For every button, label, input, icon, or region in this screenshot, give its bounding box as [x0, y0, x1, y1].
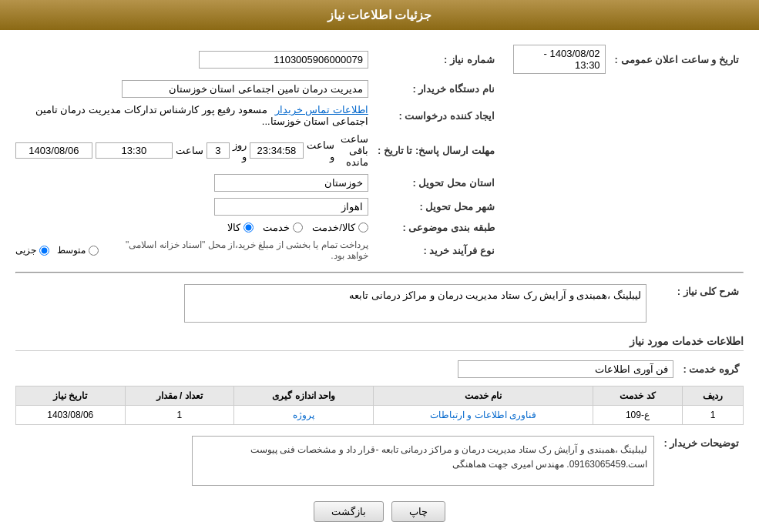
- label-shomare: شماره نیاز :: [373, 42, 499, 77]
- page-header: جزئیات اطلاعات نیاز: [0, 0, 759, 30]
- radio-motavasset-input[interactable]: [89, 246, 99, 256]
- value-noe-farayand: پرداخت تمام یا بخشی از مبلغ خرید،از محل …: [11, 236, 373, 264]
- radio-kala-input[interactable]: [243, 223, 254, 233]
- label-ijad: ایجاد کننده درخواست :: [373, 101, 499, 130]
- col-nam: نام خدمت: [374, 386, 593, 406]
- ostan-box: خوزستان: [214, 174, 368, 192]
- row-tabaqe: طبقه بندی موضوعی : کالا/خدمت خدمت: [11, 219, 744, 236]
- cell-kod: ع-109: [593, 406, 682, 425]
- grohe-table: گروه خدمت : فن آوری اطلاعات: [15, 357, 744, 381]
- tabaqe-radio-group: کالا/خدمت خدمت کالا: [15, 222, 368, 233]
- main-content: تاریخ و ساعت اعلان عمومی : 1403/08/02 - …: [0, 30, 759, 532]
- label-tazih: توضیحات خریدار :: [659, 433, 744, 489]
- row-shahr: شهر محل تحویل : اهواز: [11, 195, 744, 219]
- label-grohe: گروه خدمت :: [678, 357, 744, 381]
- namdastgah-box: مدیریت درمان تامین اجتماعی استان خوزستان: [122, 80, 368, 98]
- chap-button[interactable]: چاپ: [391, 501, 445, 522]
- remaining-label: ساعت و: [307, 139, 334, 162]
- table-row: 1 ع-109 فناوری اطلاعات و ارتباطات پروژه …: [16, 406, 744, 425]
- tazih-box: لیبلینگ ،همبندی و آرایش رک ستاد مدیریت د…: [192, 436, 654, 486]
- value-tarikho-saat: 1403/08/02 - 13:30: [509, 42, 610, 77]
- mohlat-date-row: ساعت باقی مانده ساعت و 23:34:58 روز و 3 …: [15, 133, 368, 168]
- row-mohlat: مهلت ارسال پاسخ: تا تاریخ : ساعت باقی ما…: [11, 130, 744, 171]
- row-noe-farayand: نوع فرآیند خرید : پرداخت تمام یا بخشی از…: [11, 236, 744, 264]
- cell-vahed: پروژه: [233, 406, 373, 425]
- services-table: ردیف کد خدمت نام خدمت واحد اندازه گیری ت…: [15, 386, 744, 425]
- label-sharh: شرح کلی نیاز :: [651, 281, 744, 326]
- radio-motavasset: متوسط: [57, 245, 99, 256]
- cell-nam: فناوری اطلاعات و ارتباطات: [374, 406, 593, 425]
- shomare-box: 1103005906000079: [199, 51, 368, 69]
- row-grohe: گروه خدمت : فن آوری اطلاعات: [15, 357, 744, 381]
- remaining-box: ساعت باقی مانده ساعت و 23:34:58 روز و 3 …: [15, 133, 368, 168]
- bazgasht-button[interactable]: بازگشت: [314, 501, 384, 522]
- timer-box: 23:34:58: [250, 142, 304, 159]
- label-shahr: شهر محل تحویل :: [373, 195, 499, 219]
- process-row: پرداخت تمام یا بخشی از مبلغ خرید،از محل …: [15, 239, 368, 261]
- tazih-table: توضیحات خریدار : لیبلینگ ،همبندی و آرایش…: [15, 433, 744, 489]
- services-header-row: ردیف کد خدمت نام خدمت واحد اندازه گیری ت…: [16, 386, 744, 406]
- saat-box: 13:30: [96, 142, 173, 159]
- label-tabaqe: طبقه بندی موضوعی :: [373, 219, 499, 236]
- col-kod: کد خدمت: [593, 386, 682, 406]
- value-mohlat: ساعت باقی مانده ساعت و 23:34:58 روز و 3 …: [11, 130, 373, 171]
- radio-khadamat: خدمت: [263, 222, 303, 233]
- link-tamas[interactable]: اطلاعات تماس خریدار: [275, 104, 368, 115]
- buttons-row: چاپ بازگشت: [15, 501, 744, 522]
- row-tazih: توضیحات خریدار : لیبلینگ ،همبندی و آرایش…: [15, 433, 744, 489]
- value-tabaqe: کالا/خدمت خدمت کالا: [11, 219, 373, 236]
- radio-jozii-input[interactable]: [39, 246, 49, 256]
- col-tedad: تعداد / مقدار: [125, 386, 233, 406]
- sharh-table: شرح کلی نیاز : لیبلینگ ،همبندی و آرایش ر…: [15, 281, 744, 326]
- radio-khadamat-input[interactable]: [293, 223, 303, 233]
- services-section-title: اطلاعات خدمات مورد نیاز: [15, 335, 744, 351]
- radio-kala-khadamat-input[interactable]: [358, 223, 368, 233]
- row-namdastgah: نام دستگاه خریدار : مدیریت درمان تامین ا…: [11, 77, 744, 101]
- cell-tarikh: 1403/08/06: [16, 406, 126, 425]
- mohlat-date-box: 1403/08/06: [15, 142, 92, 159]
- value-sharh: لیبلینگ ،همبندی و آرایش رک ستاد مدیریت د…: [15, 281, 651, 326]
- value-ijad: اطلاعات تماس خریدار مسعود رفیع پور کارشن…: [11, 101, 373, 130]
- tarikho-saat-box: 1403/08/02 - 13:30: [513, 45, 606, 74]
- saat-label: ساعت: [176, 145, 203, 156]
- cell-radif: 1: [683, 406, 744, 425]
- value-shahr: اهواز: [11, 195, 373, 219]
- grohe-box: فن آوری اطلاعات: [458, 360, 673, 378]
- roz-label: روز و: [233, 139, 247, 162]
- row-ostan: استان محل تحویل : خوزستان: [11, 171, 744, 195]
- shahr-box: اهواز: [214, 198, 368, 216]
- page-wrapper: جزئیات اطلاعات نیاز تاریخ و ساعت اعلان ع…: [0, 0, 759, 532]
- row-ijad: ایجاد کننده درخواست : اطلاعات تماس خریدا…: [11, 101, 744, 130]
- row-sharh: شرح کلی نیاز : لیبلینگ ،همبندی و آرایش ر…: [15, 281, 744, 326]
- roz-box: 3: [207, 142, 230, 159]
- info-table: تاریخ و ساعت اعلان عمومی : 1403/08/02 - …: [11, 42, 744, 264]
- value-namdastgah: مدیریت درمان تامین اجتماعی استان خوزستان: [11, 77, 373, 101]
- radio-kala: کالا: [227, 222, 254, 233]
- radio-kala-khadamat: کالا/خدمت: [312, 222, 368, 233]
- label-ostan: استان محل تحویل :: [373, 171, 499, 195]
- value-grohe: فن آوری اطلاعات: [15, 357, 678, 381]
- label-noe-farayand: نوع فرآیند خرید :: [373, 236, 499, 264]
- header-title: جزئیات اطلاعات نیاز: [327, 8, 432, 22]
- label-mohlat: مهلت ارسال پاسخ: تا تاریخ :: [373, 130, 499, 171]
- col-tarikh: تاریخ نیاز: [16, 386, 126, 406]
- value-ostan: خوزستان: [11, 171, 373, 195]
- col-radif: ردیف: [683, 386, 744, 406]
- cell-tedad: 1: [125, 406, 233, 425]
- label-namdastgah: نام دستگاه خریدار :: [373, 77, 499, 101]
- col-vahed: واحد اندازه گیری: [233, 386, 373, 406]
- label-tarikho-saat: تاریخ و ساعت اعلان عمومی :: [610, 42, 744, 77]
- row-shomare: تاریخ و ساعت اعلان عمومی : 1403/08/02 - …: [11, 42, 744, 77]
- process-desc: پرداخت تمام یا بخشی از مبلغ خرید،از محل …: [106, 239, 368, 261]
- radio-jozii: جزیی: [15, 245, 49, 256]
- sharh-box: لیبلینگ ،همبندی و آرایش رک ستاد مدیریت د…: [184, 284, 646, 323]
- value-tazih: لیبلینگ ،همبندی و آرایش رک ستاد مدیریت د…: [15, 433, 659, 489]
- value-shomare: 1103005906000079: [11, 42, 373, 77]
